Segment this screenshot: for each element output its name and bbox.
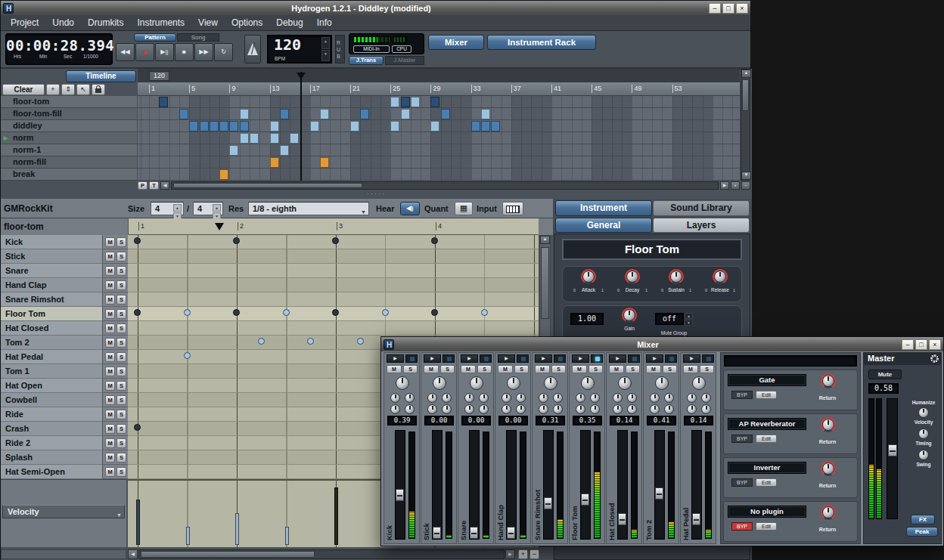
note-lane-kick[interactable] xyxy=(128,235,539,249)
instrument-solo-button-hand-clap[interactable]: S xyxy=(116,280,126,290)
channel-fader-handle[interactable] xyxy=(655,487,663,500)
song-cell-r2-c21[interactable] xyxy=(350,121,359,131)
instrument-mute-button-tom-1[interactable]: M xyxy=(105,367,115,376)
channel-pan-knob[interactable] xyxy=(692,376,706,390)
bpm-up-button[interactable]: ▲ xyxy=(321,37,330,49)
scrollbar-track[interactable] xyxy=(171,181,719,190)
maximize-button[interactable]: □ xyxy=(915,339,927,350)
zoom-in-button[interactable]: + xyxy=(731,181,740,190)
song-cell-r1-c26[interactable] xyxy=(401,109,410,119)
fast-forward-button[interactable]: ▶▶ xyxy=(194,43,213,61)
record-button[interactable]: ● xyxy=(135,43,154,61)
channel-fx-send-knob-1[interactable] xyxy=(576,393,585,403)
scroll-up-button[interactable]: ▲ xyxy=(540,236,550,244)
scroll-left-button[interactable]: ◀ xyxy=(128,549,138,559)
channel-fader-handle[interactable] xyxy=(618,513,626,525)
song-ruler[interactable]: 1591317212529333741454953 xyxy=(138,82,740,96)
instrument-solo-button-cowbell[interactable]: S xyxy=(116,395,126,405)
note-dot-beat-4[interactable] xyxy=(431,309,438,316)
master-knob-swing[interactable] xyxy=(918,450,929,460)
note-dot-beat-4[interactable] xyxy=(431,237,438,244)
instrument-name-splash[interactable]: Splash xyxy=(1,450,103,465)
timeline-button[interactable]: Timeline xyxy=(66,70,136,82)
fx-edit-button[interactable]: Edit xyxy=(756,478,777,487)
channel-mute-button[interactable]: M xyxy=(646,365,661,373)
note-dot-beat-1.5[interactable] xyxy=(184,352,191,359)
envelope-knob-sustain[interactable] xyxy=(670,271,682,283)
rewind-button[interactable]: ◀◀ xyxy=(116,43,135,61)
channel-mute-button[interactable]: M xyxy=(683,365,698,373)
channel-fader-handle[interactable] xyxy=(433,527,441,539)
minimize-button[interactable]: – xyxy=(902,339,914,350)
instrument-solo-button-hat-pedal[interactable]: S xyxy=(116,352,126,362)
note-dot-beat-1[interactable] xyxy=(134,237,141,244)
channel-play-button[interactable]: ▶ xyxy=(572,354,589,363)
scrollbar-thumb[interactable] xyxy=(541,247,549,319)
velocity-bar-beat-3[interactable] xyxy=(334,487,338,545)
channel-fader[interactable] xyxy=(617,430,628,540)
timeline-toggle-button[interactable]: T xyxy=(149,181,159,190)
note-lane-stick[interactable] xyxy=(128,249,539,264)
instrument-name-hand-clap[interactable]: Hand Clap xyxy=(1,278,103,292)
channel-fader-handle[interactable] xyxy=(581,493,589,506)
channel-fx-send-knob-4[interactable] xyxy=(590,404,600,414)
song-cell-r2-c29[interactable] xyxy=(430,121,439,131)
channel-fx-send-knob-4[interactable] xyxy=(553,404,563,414)
main-window-titlebar[interactable]: Hydrogen 1.2.1 - Diddley (modified) – □ … xyxy=(1,1,750,15)
song-cell-r2-c34[interactable] xyxy=(481,121,490,131)
move-pattern-button[interactable]: ⇕ xyxy=(61,84,75,95)
tab-layers[interactable]: Layers xyxy=(653,218,750,233)
channel-fx-send-knob-2[interactable] xyxy=(590,393,600,403)
song-cell-r0-c27[interactable] xyxy=(411,97,420,107)
channel-fx-send-knob-4[interactable] xyxy=(701,404,711,414)
fx-edit-button[interactable]: Edit xyxy=(756,522,777,531)
song-cell-r1-c4[interactable] xyxy=(179,109,188,119)
channel-fader[interactable] xyxy=(654,430,665,540)
maximize-button[interactable]: □ xyxy=(722,3,734,14)
master-fx-button[interactable]: FX xyxy=(911,515,935,524)
song-cell-r2-c6[interactable] xyxy=(200,121,209,131)
channel-pan-knob[interactable] xyxy=(544,376,557,390)
mute-group-up-button[interactable]: ▲ xyxy=(685,313,693,319)
fx-edit-button[interactable]: Edit xyxy=(756,391,777,399)
song-cell-r4-c14[interactable] xyxy=(280,145,289,156)
channel-fx-send-knob-4[interactable] xyxy=(442,404,452,414)
select-mode-button[interactable]: ↖ xyxy=(76,84,90,95)
channel-solo-button[interactable]: S xyxy=(588,365,603,373)
instrument-name-hat-open[interactable]: Hat Open xyxy=(1,379,103,393)
channel-play-button[interactable]: ▶ xyxy=(424,354,441,363)
channel-fader[interactable] xyxy=(691,430,702,540)
channel-solo-button[interactable]: S xyxy=(477,365,492,373)
scrollbar-thumb[interactable] xyxy=(742,79,749,111)
song-cell-r5-c18[interactable] xyxy=(320,157,329,168)
lock-pattern-button[interactable] xyxy=(92,84,105,95)
menu-item-view[interactable]: View xyxy=(191,15,225,30)
menu-item-info[interactable]: Info xyxy=(310,15,339,30)
fx-bypass-button[interactable]: BYP xyxy=(731,522,753,531)
velocity-bar-beat-2.5[interactable] xyxy=(285,527,289,545)
channel-solo-button[interactable]: S xyxy=(663,365,677,373)
channel-pan-knob[interactable] xyxy=(507,376,520,390)
song-cell-r0-c26[interactable] xyxy=(401,97,410,107)
instrument-solo-button-hat-semi-open[interactable]: S xyxy=(116,467,126,477)
instrument-solo-button-crash[interactable]: S xyxy=(116,424,126,434)
zoom-out-button[interactable]: − xyxy=(529,549,539,559)
gear-icon[interactable] xyxy=(930,354,939,364)
fx-bypass-button[interactable]: BYP xyxy=(731,478,753,487)
song-cell-r0-c29[interactable] xyxy=(430,97,439,107)
song-cell-r1-c22[interactable] xyxy=(360,109,369,119)
song-pattern-row-norm-1[interactable]: norm-1 xyxy=(1,144,137,156)
channel-mute-button[interactable]: M xyxy=(461,365,476,373)
fx-edit-button[interactable]: Edit xyxy=(756,435,777,443)
envelope-knob-decay[interactable] xyxy=(626,271,638,283)
song-vertical-scrollbar[interactable]: ▲ ▼ xyxy=(741,69,750,181)
note-dot-beat-3.5[interactable] xyxy=(382,309,389,316)
channel-mute-button[interactable]: M xyxy=(387,365,402,373)
note-dot-beat-3.25[interactable] xyxy=(357,338,364,345)
channel-solo-button[interactable]: S xyxy=(551,365,566,373)
tab-general[interactable]: General xyxy=(555,218,652,233)
note-lane-floor-tom[interactable] xyxy=(128,307,539,321)
song-cell-r2-c33[interactable] xyxy=(471,121,480,131)
channel-fader-handle[interactable] xyxy=(544,497,552,509)
metronome-button[interactable] xyxy=(244,35,261,63)
